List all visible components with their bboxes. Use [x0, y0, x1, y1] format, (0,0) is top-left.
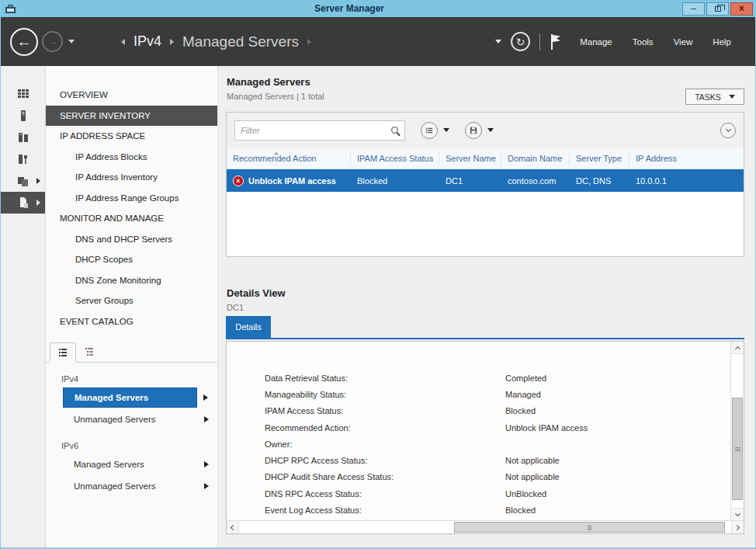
breadcrumb-scope[interactable]: IPv4 [134, 33, 161, 50]
tree-item-ipv4-unmanaged-servers[interactable]: Unmanaged Servers [63, 409, 197, 429]
forward-button[interactable]: → [42, 31, 63, 52]
sidebar-item-ip-address-inventory[interactable]: IP Address Inventory [46, 167, 217, 188]
ipam-icon[interactable] [1, 192, 45, 214]
detail-label: Recommended Action: [265, 423, 505, 433]
tasks-button[interactable]: TASKS [685, 89, 744, 105]
column-header-recommended-action[interactable]: Recommended Action [227, 151, 351, 165]
restore-button[interactable] [706, 2, 729, 16]
server-manager-app-icon [5, 4, 16, 14]
minimize-button[interactable]: – [682, 2, 705, 16]
sidebar-item-server-inventory[interactable]: SERVER INVENTORY [46, 106, 217, 127]
detail-label: Data Retrieval Status: [265, 374, 505, 383]
sidebar-item-server-groups[interactable]: Server Groups [46, 290, 217, 311]
sort-ascending-icon [275, 148, 278, 158]
expand-arrow-icon[interactable] [204, 416, 209, 422]
refresh-button[interactable]: ↻ [511, 32, 530, 51]
notifications-flag-icon[interactable] [550, 33, 562, 50]
detail-value: Unblock IPAM access [505, 423, 588, 433]
file-storage-services-icon[interactable] [1, 170, 45, 192]
table-row[interactable]: × Unblock IPAM access Blocked DC1 contos… [227, 169, 744, 192]
module-icon-strip [1, 66, 46, 549]
history-dropdown-icon[interactable] [68, 40, 75, 43]
cell-recommended-action: Unblock IPAM access [248, 176, 336, 186]
back-icon: ← [17, 33, 32, 50]
server-tree-panel: IPv4 Managed Servers Unmanaged Servers I… [46, 342, 217, 549]
grid-toolbar [227, 113, 744, 148]
query-criteria-button[interactable] [421, 122, 438, 139]
details-server-name: DC1 [227, 303, 244, 312]
detail-value: Not applicable [505, 472, 560, 481]
column-header-ip-address[interactable]: IP Address [629, 151, 744, 165]
menu-manage[interactable]: Manage [570, 30, 622, 54]
menu-help[interactable]: Help [702, 30, 741, 54]
grip-icon [735, 446, 740, 452]
sidebar-item-ip-address-range-groups[interactable]: IP Address Range Groups [46, 188, 217, 209]
chevron-down-icon[interactable] [487, 128, 494, 132]
scroll-left-button[interactable] [227, 521, 239, 533]
tree-group-ipv6[interactable]: IPv6 [46, 439, 217, 453]
services-icon[interactable] [1, 148, 45, 170]
criteria-list-icon [425, 127, 433, 134]
scroll-up-button[interactable] [731, 342, 744, 354]
chevron-left-icon [231, 524, 236, 530]
detail-value: UnBlocked [505, 489, 546, 499]
tab-tree-view[interactable] [76, 342, 102, 362]
horizontal-scrollbar[interactable] [227, 520, 744, 533]
cell-server-type: DC, DNS [570, 176, 629, 186]
scroll-down-button[interactable] [731, 508, 744, 520]
detail-value: Blocked [505, 406, 536, 415]
vertical-scrollbar[interactable] [730, 342, 744, 520]
dashboard-icon[interactable] [1, 83, 45, 105]
scroll-right-button[interactable] [731, 521, 744, 533]
column-header-ipam-access-status[interactable]: IPAM Access Status [351, 151, 439, 165]
expand-arrow-icon [36, 200, 40, 206]
expand-arrow-icon[interactable] [204, 483, 209, 489]
save-query-button[interactable] [465, 122, 482, 139]
collapse-grid-button[interactable] [720, 123, 736, 138]
column-header-domain-name[interactable]: Domain Name [501, 151, 570, 165]
refresh-dropdown-icon[interactable] [495, 40, 501, 43]
tree-item-ipv6-managed-servers[interactable]: Managed Servers [63, 454, 197, 474]
page-subtitle: Managed Servers | 1 total [227, 92, 324, 101]
close-button[interactable]: × [730, 2, 753, 16]
search-icon[interactable] [391, 127, 398, 134]
sidebar-navigation: OVERVIEW SERVER INVENTORY IP ADDRESS SPA… [46, 66, 218, 549]
table-header-row: Recommended Action IPAM Access Status Se… [227, 148, 744, 169]
detail-label: DHCP RPC Access Status: [265, 456, 505, 465]
tab-details[interactable]: Details [226, 316, 271, 338]
chevron-down-icon[interactable] [443, 128, 449, 132]
expand-arrow-icon[interactable] [203, 394, 208, 401]
all-servers-icon[interactable] [1, 127, 45, 148]
sidebar-item-ip-address-blocks[interactable]: IP Address Blocks [46, 147, 217, 168]
error-icon: × [233, 175, 244, 186]
tree-group-ipv4[interactable]: IPv4 [46, 372, 217, 386]
filter-box [234, 120, 405, 141]
tab-list-view[interactable] [50, 342, 76, 363]
sidebar-item-dns-and-dhcp-servers[interactable]: DNS and DHCP Servers [46, 229, 217, 250]
expand-arrow-icon[interactable] [204, 461, 209, 467]
sidebar-item-dns-zone-monitoring[interactable]: DNS Zone Monitoring [46, 270, 217, 291]
breadcrumb-page[interactable]: Managed Servers [182, 33, 299, 50]
horizontal-scroll-thumb[interactable] [454, 522, 725, 533]
column-header-server-type[interactable]: Server Type [570, 151, 629, 165]
titlebar: Server Manager – × [1, 0, 755, 17]
sidebar-item-monitor-and-manage[interactable]: MONITOR AND MANAGE [46, 208, 217, 229]
back-button[interactable]: ← [10, 28, 38, 56]
refresh-icon: ↻ [516, 36, 525, 48]
sidebar-item-dhcp-scopes[interactable]: DHCP Scopes [46, 249, 217, 270]
vertical-scroll-thumb[interactable] [732, 398, 743, 500]
tree-item-ipv6-unmanaged-servers[interactable]: Unmanaged Servers [63, 476, 197, 496]
sidebar-item-ip-address-space[interactable]: IP ADDRESS SPACE [46, 126, 217, 147]
filter-input[interactable] [235, 126, 391, 135]
sidebar-item-event-catalog[interactable]: EVENT CATALOG [46, 311, 217, 332]
menu-tools[interactable]: Tools [622, 30, 664, 54]
detail-label: Owner: [265, 440, 505, 449]
local-server-icon[interactable] [1, 105, 45, 127]
tree-item-ipv4-managed-servers[interactable]: Managed Servers [63, 387, 197, 408]
menu-view[interactable]: View [664, 30, 703, 54]
column-header-server-name[interactable]: Server Name [439, 151, 501, 165]
cell-ipam-access-status: Blocked [351, 176, 439, 186]
sidebar-item-overview[interactable]: OVERVIEW [46, 85, 217, 106]
details-tabstrip: Details [226, 316, 744, 339]
forward-icon: → [47, 36, 57, 47]
